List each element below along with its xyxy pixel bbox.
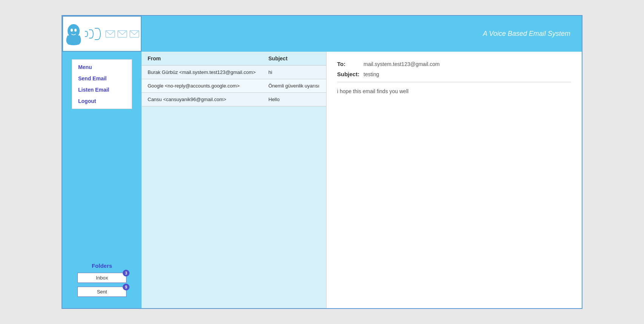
face-icon	[65, 23, 83, 45]
app-title: A Voice Based Email System	[142, 30, 582, 38]
mail3-icon	[129, 30, 139, 38]
preview-divider	[337, 82, 571, 82]
email-row[interactable]: Cansu <cansuyanik96@gmail.com> Hello	[142, 93, 326, 106]
email-from: Cansu <cansuyanik96@gmail.com>	[148, 97, 268, 102]
col-subject-header: Subject	[268, 55, 320, 61]
inbox-folder-wrap: Inbox 3	[77, 273, 126, 283]
email-row[interactable]: Google <no-reply@accounts.google.com> Ön…	[142, 79, 326, 93]
email-subject: Hello	[268, 97, 320, 102]
sent-folder-wrap: Sent 9	[77, 287, 126, 297]
sent-folder-button[interactable]: Sent	[77, 287, 126, 297]
to-label: To:	[337, 61, 364, 67]
menu-item-send-email[interactable]: Send Email	[78, 75, 126, 81]
email-subject: hi	[268, 69, 320, 75]
svg-point-1	[71, 29, 73, 32]
inbox-badge: 3	[123, 270, 129, 276]
preview-to-row: To: mail.system.test123@gmail.com	[337, 61, 571, 67]
col-from-header: From	[148, 55, 268, 61]
wave1-icon	[85, 31, 88, 37]
subject-value: testing	[364, 71, 379, 77]
to-value: mail.system.test123@gmail.com	[364, 61, 440, 67]
email-subject: Önemli güvenlik uyarısı	[268, 83, 320, 89]
email-list-header: From Subject	[142, 52, 326, 66]
mail-icons	[105, 30, 139, 38]
inbox-folder-button[interactable]: Inbox	[77, 273, 126, 283]
menu-item-listen-email[interactable]: Listen Email	[78, 87, 126, 93]
email-from: Google <no-reply@accounts.google.com>	[148, 83, 268, 89]
menu-item-menu[interactable]: Menu	[78, 64, 126, 70]
folders-section: Folders Inbox 3 Sent 9	[66, 263, 138, 301]
main-body: Menu Send Email Listen Email Logout Fold…	[62, 52, 582, 308]
app-container: A Voice Based Email System Menu Send Ema…	[62, 15, 582, 309]
header: A Voice Based Email System	[62, 16, 582, 52]
email-row[interactable]: Burak Gürbüz <mail.system.test123@gmail.…	[142, 66, 326, 79]
email-preview: To: mail.system.test123@gmail.com Subjec…	[327, 52, 582, 308]
sound-waves	[85, 28, 101, 40]
sent-badge: 9	[123, 284, 129, 290]
folders-title: Folders	[92, 263, 112, 269]
subject-label: Subject:	[337, 71, 364, 77]
logo-area	[62, 16, 142, 52]
wave3-icon	[95, 28, 101, 40]
svg-point-2	[74, 29, 77, 32]
preview-body: i hope this email finds you well	[337, 88, 571, 94]
preview-subject-row: Subject: testing	[337, 71, 571, 77]
mail2-icon	[117, 30, 127, 38]
menu-box: Menu Send Email Listen Email Logout	[72, 59, 132, 109]
menu-item-logout[interactable]: Logout	[78, 98, 126, 104]
mail1-icon	[105, 30, 115, 38]
sidebar: Menu Send Email Listen Email Logout Fold…	[62, 52, 142, 308]
wave2-icon	[89, 29, 94, 38]
email-list-panel: From Subject Burak Gürbüz <mail.system.t…	[142, 52, 327, 308]
email-from: Burak Gürbüz <mail.system.test123@gmail.…	[148, 69, 268, 75]
